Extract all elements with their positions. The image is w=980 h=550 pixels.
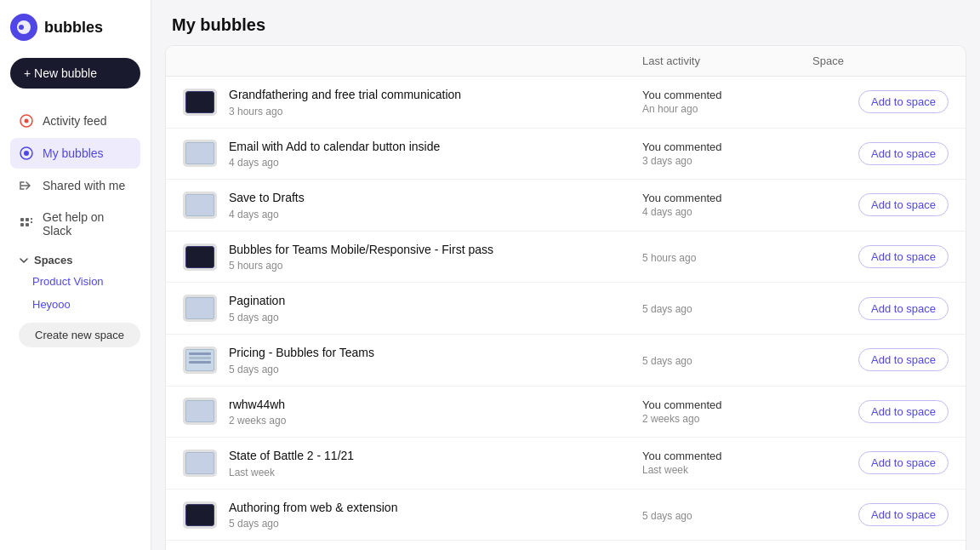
bubble-info: Grandfathering and free trial communicat… bbox=[229, 87, 461, 117]
bubble-cell: Pagination 5 days ago bbox=[183, 293, 642, 324]
activity-cell: You commented4 days ago bbox=[642, 192, 812, 218]
new-bubble-button[interactable]: + New bubble bbox=[10, 58, 140, 89]
activity-feed-label: Activity feed bbox=[43, 114, 106, 128]
bubble-time: 4 days ago bbox=[229, 157, 440, 169]
bubble-time: 5 hours ago bbox=[229, 260, 493, 272]
bubble-info: Pricing - Bubbles for Teams 5 days ago bbox=[229, 345, 374, 375]
bubble-name: rwhw44wh bbox=[229, 397, 286, 414]
activity-cell: You commentedLast week bbox=[642, 450, 812, 476]
bubble-thumbnail bbox=[183, 501, 217, 529]
bubbles-table: Last activity Space Grandfathering and f… bbox=[165, 45, 966, 550]
add-to-space-button[interactable]: Add to space bbox=[858, 245, 949, 268]
slack-icon bbox=[19, 216, 34, 232]
bubble-thumbnail bbox=[183, 192, 217, 219]
svg-rect-10 bbox=[31, 218, 32, 220]
svg-rect-8 bbox=[20, 223, 24, 226]
main-content: My bubbles Last activity Space Grandfath… bbox=[151, 0, 980, 550]
bubble-time: 4 days ago bbox=[229, 209, 305, 221]
table-row: Grandfathering and free trial communicat… bbox=[166, 77, 966, 129]
space-cell: Add to space bbox=[812, 348, 949, 371]
app-logo-icon bbox=[10, 14, 37, 41]
bubble-info: rwhw44wh 2 weeks ago bbox=[229, 397, 286, 427]
bubble-cell: State of Battle 2 - 11/21 Last week bbox=[183, 448, 642, 478]
sidebar-item-my-bubbles[interactable]: My bubbles bbox=[10, 138, 140, 169]
space-link-product-vision[interactable]: Product Vision bbox=[10, 270, 140, 293]
svg-rect-9 bbox=[26, 223, 29, 226]
space-cell: Add to space bbox=[812, 193, 949, 216]
svg-rect-7 bbox=[26, 218, 29, 221]
bubble-thumbnail bbox=[183, 89, 217, 116]
bubble-info: Pagination 5 days ago bbox=[229, 293, 285, 324]
bubble-thumbnail bbox=[183, 450, 217, 477]
table-row: State of Battle 2 - 11/21 Last week You … bbox=[166, 438, 966, 490]
page-title: My bubbles bbox=[172, 15, 960, 35]
logo-area: bubbles bbox=[10, 14, 140, 41]
table-row: Save to Drafts 4 days ago You commented4… bbox=[166, 180, 966, 232]
my-bubbles-icon bbox=[19, 146, 34, 161]
svg-rect-11 bbox=[31, 221, 32, 223]
add-to-space-button[interactable]: Add to space bbox=[858, 348, 949, 371]
sidebar-item-activity-feed[interactable]: Activity feed bbox=[10, 106, 140, 136]
add-to-space-button[interactable]: Add to space bbox=[858, 503, 949, 526]
bubble-thumbnail bbox=[183, 398, 217, 425]
activity-cell: You commented2 weeks ago bbox=[642, 398, 812, 425]
bubble-time: 3 hours ago bbox=[229, 106, 461, 117]
add-to-space-button[interactable]: Add to space bbox=[858, 193, 949, 216]
table-row: Adding people to a bubble 2 weeks ago 2 … bbox=[166, 541, 966, 550]
add-to-space-button[interactable]: Add to space bbox=[858, 90, 949, 113]
create-new-space-button[interactable]: Create new space bbox=[19, 323, 140, 347]
svg-point-3 bbox=[25, 119, 29, 123]
table-body: Grandfathering and free trial communicat… bbox=[166, 77, 966, 550]
get-help-label: Get help on Slack bbox=[43, 210, 132, 238]
bubble-name: State of Battle 2 - 11/21 bbox=[229, 448, 354, 465]
add-to-space-button[interactable]: Add to space bbox=[858, 142, 949, 165]
app-logo-text: bubbles bbox=[44, 19, 103, 37]
bubble-time: 2 weeks ago bbox=[229, 415, 286, 427]
space-cell: Add to space bbox=[812, 90, 949, 113]
space-cell: Add to space bbox=[812, 142, 949, 165]
bubble-cell: Email with Add to calendar button inside… bbox=[183, 139, 642, 169]
space-link-heyooo[interactable]: Heyooo bbox=[10, 293, 140, 316]
space-cell: Add to space bbox=[812, 400, 949, 423]
bubble-cell: Bubbles for Teams Mobile/Responsive - Fi… bbox=[183, 242, 642, 272]
table-row: Authoring from web & extension 5 days ag… bbox=[166, 490, 966, 541]
table-row: rwhw44wh 2 weeks ago You commented2 week… bbox=[166, 387, 966, 438]
bubble-info: Email with Add to calendar button inside… bbox=[229, 139, 440, 169]
table-row: Pricing - Bubbles for Teams 5 days ago 5… bbox=[166, 335, 966, 387]
bubble-name: Pricing - Bubbles for Teams bbox=[229, 345, 374, 362]
activity-cell: 5 days ago bbox=[642, 508, 812, 522]
bubble-name: Email with Add to calendar button inside bbox=[229, 139, 440, 156]
svg-rect-6 bbox=[20, 218, 24, 221]
bubble-cell: Save to Drafts 4 days ago bbox=[183, 190, 642, 221]
bubble-thumbnail bbox=[183, 347, 217, 374]
space-cell: Add to space bbox=[812, 297, 949, 320]
bubble-name: Pagination bbox=[229, 293, 285, 310]
bubble-time: Last week bbox=[229, 467, 354, 478]
bubble-cell: Grandfathering and free trial communicat… bbox=[183, 87, 642, 117]
table-row: Pagination 5 days ago 5 days ago Add to … bbox=[166, 283, 966, 335]
main-header: My bubbles bbox=[151, 0, 980, 45]
col-bubble bbox=[183, 54, 642, 67]
bubble-time: 5 days ago bbox=[229, 518, 397, 530]
add-to-space-button[interactable]: Add to space bbox=[858, 400, 949, 423]
spaces-section-header[interactable]: Spaces bbox=[10, 247, 140, 270]
sidebar-item-shared-with-me[interactable]: Shared with me bbox=[10, 170, 140, 201]
table-header: Last activity Space bbox=[166, 46, 966, 77]
activity-cell: You commentedAn hour ago bbox=[642, 89, 812, 115]
activity-cell: You commented3 days ago bbox=[642, 140, 812, 167]
bubble-info: Bubbles for Teams Mobile/Responsive - Fi… bbox=[229, 242, 493, 272]
add-to-space-button[interactable]: Add to space bbox=[858, 451, 949, 474]
sidebar: bubbles + New bubble Activity feed My bu… bbox=[0, 0, 151, 550]
add-to-space-button[interactable]: Add to space bbox=[858, 297, 949, 320]
bubble-name: Save to Drafts bbox=[229, 190, 305, 207]
sidebar-item-get-help[interactable]: Get help on Slack bbox=[10, 203, 140, 245]
bubble-info: Authoring from web & extension 5 days ag… bbox=[229, 500, 397, 530]
bubble-name: Bubbles for Teams Mobile/Responsive - Fi… bbox=[229, 242, 493, 259]
bubble-thumbnail bbox=[183, 140, 217, 167]
bubble-name: Authoring from web & extension bbox=[229, 500, 397, 517]
table-row: Email with Add to calendar button inside… bbox=[166, 129, 966, 180]
activity-cell: 5 hours ago bbox=[642, 250, 812, 264]
table-row: Bubbles for Teams Mobile/Responsive - Fi… bbox=[166, 232, 966, 284]
shared-with-me-label: Shared with me bbox=[43, 179, 125, 192]
activity-cell: 5 days ago bbox=[642, 353, 812, 367]
